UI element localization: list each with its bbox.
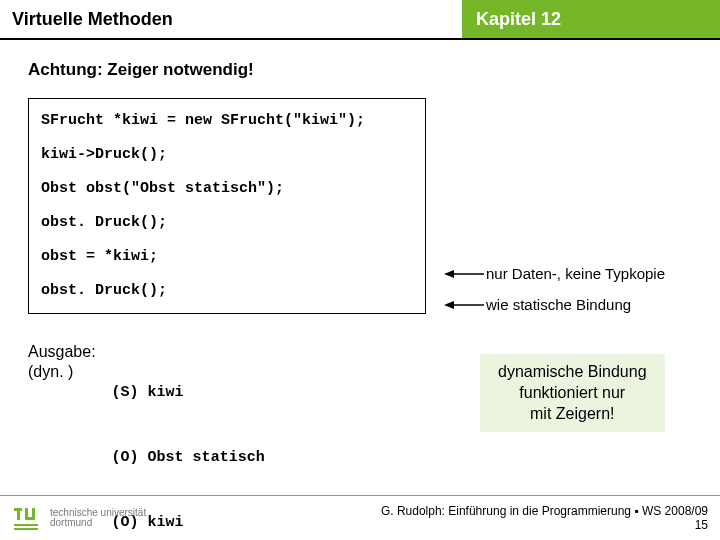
highlight-line: mit Zeigern! xyxy=(498,404,647,425)
output-label: Ausgabe: (dyn. ) xyxy=(28,338,96,382)
uni-line: dortmund xyxy=(50,518,146,529)
slide-header: Virtuelle Methoden Kapitel 12 xyxy=(0,0,720,38)
code-blank xyxy=(41,269,413,279)
highlight-box: dynamische Bindung funktioniert nur mit … xyxy=(480,354,665,432)
code-blank xyxy=(41,235,413,245)
tu-text: technische universität dortmund xyxy=(50,508,146,529)
svg-marker-1 xyxy=(444,270,454,278)
annotation-text: nur Daten-, keine Typkopie xyxy=(486,265,665,282)
annotation-text: wie statische Bindung xyxy=(486,296,631,313)
output-line: (S) kiwi xyxy=(112,382,265,404)
annotation-row: nur Daten-, keine Typkopie xyxy=(444,265,665,282)
svg-rect-5 xyxy=(17,508,20,520)
highlight-line: dynamische Bindung xyxy=(498,362,647,383)
code-line: obst. Druck(); xyxy=(41,279,413,303)
chapter-badge: Kapitel 12 xyxy=(462,0,720,38)
tu-logo: technische universität dortmund xyxy=(12,505,146,531)
code-line: Obst obst("Obst statisch"); xyxy=(41,177,413,201)
annotations: nur Daten-, keine Typkopie wie statische… xyxy=(444,265,665,327)
tu-mark-icon xyxy=(12,505,42,531)
code-blank xyxy=(41,133,413,143)
arrow-left-icon xyxy=(444,268,484,280)
output-label-line: Ausgabe: xyxy=(28,342,96,362)
svg-rect-9 xyxy=(14,524,38,526)
code-line: obst. Druck(); xyxy=(41,211,413,235)
svg-rect-10 xyxy=(14,528,38,530)
highlight-line: funktioniert nur xyxy=(498,383,647,404)
code-line: SFrucht *kiwi = new SFrucht("kiwi"); xyxy=(41,109,413,133)
output-line: (O) Obst statisch xyxy=(112,447,265,469)
code-blank xyxy=(41,167,413,177)
annotation-row: wie statische Bindung xyxy=(444,296,665,313)
slide-number: 15 xyxy=(381,518,708,532)
output-label-line: (dyn. ) xyxy=(28,362,96,382)
footer-credit: G. Rudolph: Einführung in die Programmie… xyxy=(381,504,708,533)
warning-heading: Achtung: Zeiger notwendig! xyxy=(28,60,692,80)
slide-title: Virtuelle Methoden xyxy=(0,0,462,38)
arrow-left-icon xyxy=(444,299,484,311)
svg-marker-3 xyxy=(444,301,454,309)
code-blank xyxy=(41,201,413,211)
code-line: kiwi->Druck(); xyxy=(41,143,413,167)
slide-footer: technische universität dortmund G. Rudol… xyxy=(0,496,720,540)
code-line: obst = *kiwi; xyxy=(41,245,413,269)
code-box: SFrucht *kiwi = new SFrucht("kiwi"); kiw… xyxy=(28,98,426,314)
credit-text: G. Rudolph: Einführung in die Programmie… xyxy=(381,504,708,518)
svg-rect-8 xyxy=(25,517,35,520)
